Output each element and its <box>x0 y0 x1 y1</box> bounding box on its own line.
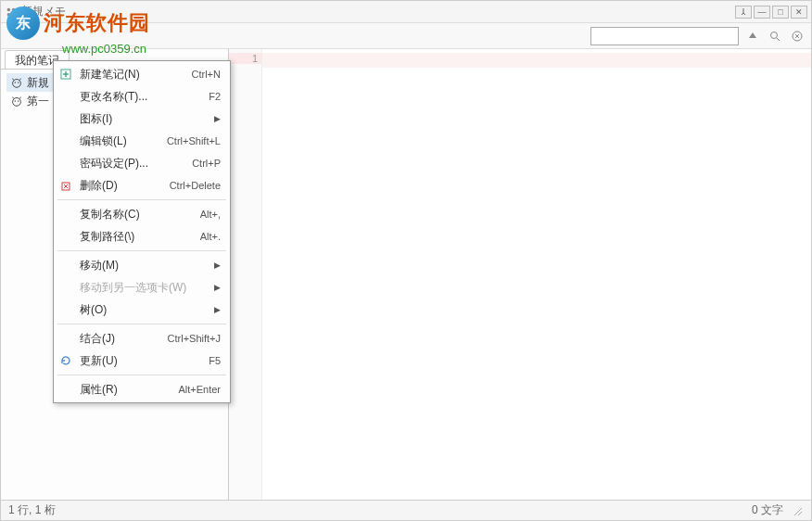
menu-item-label: 移动到另一选项卡(W) <box>80 280 214 296</box>
menu-item-label: 编辑锁(L) <box>80 133 167 149</box>
tree-item-label: 第一 <box>27 94 49 109</box>
line-gutter: 1 <box>229 49 262 500</box>
minimize-button[interactable]: — <box>754 6 770 19</box>
menu-item-label: 复制路径(\) <box>80 229 200 245</box>
menu-item[interactable]: 复制路径(\)Alt+. <box>54 225 230 248</box>
menu-item[interactable]: 密码设定(P)...Ctrl+P <box>54 152 230 174</box>
submenu-arrow-icon: ▶ <box>214 114 221 123</box>
delete-icon <box>57 178 74 193</box>
menu-item-shortcut: Ctrl+P <box>192 158 221 169</box>
svg-point-10 <box>13 98 21 107</box>
menu-item-label: 新建笔记(N) <box>80 67 192 83</box>
tree-item-label: 新規 <box>27 75 49 91</box>
menu-item-label: 复制名称(C) <box>80 207 200 222</box>
titlebar: 新規メモ — □ ✕ <box>1 1 811 23</box>
statusbar: 1 行, 1 桁 0 文字 <box>1 500 811 520</box>
blank-icon <box>57 111 74 126</box>
blank-icon <box>57 207 74 222</box>
menu-item-label: 属性(R) <box>80 382 178 398</box>
nav-up-icon[interactable] <box>744 28 761 44</box>
menu-item-shortcut: Ctrl+Shift+L <box>167 135 221 146</box>
context-menu: 新建笔记(N)Ctrl+N更改名称(T)...F2图标(I)▶编辑锁(L)Ctr… <box>53 60 231 403</box>
menu-item[interactable]: 图标(I)▶ <box>54 108 230 130</box>
window-controls: — □ ✕ <box>735 6 807 19</box>
status-char-count: 0 文字 <box>752 502 783 518</box>
menu-item[interactable]: 属性(R)Alt+Enter <box>54 378 230 400</box>
editor: 1 <box>229 49 811 500</box>
submenu-arrow-icon: ▶ <box>214 260 221 270</box>
menu-separator <box>57 324 226 324</box>
status-position: 1 行, 1 桁 <box>8 502 56 518</box>
pin-button[interactable] <box>735 6 752 19</box>
maximize-button[interactable]: □ <box>772 6 789 19</box>
svg-point-7 <box>13 80 21 88</box>
blank-icon <box>57 156 74 171</box>
menu-item-shortcut: Alt+. <box>200 231 221 242</box>
menu-separator <box>57 199 226 200</box>
menu-item-shortcut: F5 <box>209 355 221 366</box>
menu-item-label: 密码设定(P)... <box>80 156 192 172</box>
menu-item[interactable]: 结合(J)Ctrl+Shift+J <box>54 327 230 349</box>
note-icon <box>10 76 23 89</box>
menu-item[interactable]: 树(O)▶ <box>54 299 230 321</box>
menu-separator <box>57 250 226 251</box>
text-area[interactable] <box>262 49 811 500</box>
blank-icon <box>57 133 74 148</box>
line-number: 1 <box>229 53 261 64</box>
refresh-icon <box>57 353 74 368</box>
menu-item[interactable]: 编辑锁(L)Ctrl+Shift+L <box>54 130 230 152</box>
resize-grip-icon[interactable] <box>791 504 804 517</box>
svg-point-12 <box>18 100 19 101</box>
svg-point-4 <box>771 32 778 38</box>
menu-item-shortcut: Ctrl+N <box>192 69 221 80</box>
menu-item-shortcut: Alt+Enter <box>178 384 221 395</box>
toolbar <box>1 23 811 49</box>
svg-point-8 <box>15 82 16 83</box>
search-input[interactable] <box>590 27 739 45</box>
menu-item[interactable]: 移动(M)▶ <box>54 254 230 276</box>
submenu-arrow-icon: ▶ <box>214 305 221 314</box>
window-title: 新規メモ <box>21 4 735 19</box>
menu-item-label: 更改名称(T)... <box>80 89 209 105</box>
menu-item-label: 更新(U) <box>80 353 209 369</box>
svg-line-5 <box>777 38 780 41</box>
submenu-arrow-icon: ▶ <box>214 283 221 292</box>
svg-point-9 <box>18 82 19 83</box>
svg-point-2 <box>7 12 11 16</box>
menu-item[interactable]: 复制名称(C)Alt+, <box>54 203 230 225</box>
menu-item-shortcut: F2 <box>209 91 221 102</box>
svg-point-11 <box>15 100 16 101</box>
blank-icon <box>57 331 74 346</box>
menu-item[interactable]: 新建笔记(N)Ctrl+N <box>54 63 230 85</box>
app-icon <box>5 6 18 19</box>
blank-icon <box>57 229 74 244</box>
menu-separator <box>57 375 226 375</box>
menu-item-label: 移动(M) <box>80 258 214 273</box>
menu-item-shortcut: Ctrl+Delete <box>170 180 221 191</box>
menu-item[interactable]: 更改名称(T)...F2 <box>54 85 230 108</box>
menu-item-shortcut: Ctrl+Shift+J <box>168 333 221 344</box>
svg-point-1 <box>12 7 16 11</box>
note-icon <box>10 95 23 108</box>
menu-item-label: 结合(J) <box>80 331 168 347</box>
search-icon[interactable] <box>767 28 783 44</box>
menu-item[interactable]: 删除(D)Ctrl+Delete <box>54 174 230 197</box>
blank-icon <box>57 382 74 397</box>
menu-item-label: 树(O) <box>80 302 214 318</box>
menu-item: 移动到另一选项卡(W)▶ <box>54 276 230 299</box>
blank-icon <box>57 280 74 295</box>
blank-icon <box>57 302 74 317</box>
menu-item-label: 图标(I) <box>80 111 214 127</box>
blank-icon <box>57 258 74 273</box>
menu-item-shortcut: Alt+, <box>200 209 221 220</box>
menu-item[interactable]: 更新(U)F5 <box>54 349 230 372</box>
svg-point-0 <box>7 7 11 11</box>
close-button[interactable]: ✕ <box>791 6 807 19</box>
close-search-icon[interactable] <box>789 28 806 44</box>
current-line-highlight <box>262 53 811 68</box>
add-icon <box>57 67 74 82</box>
blank-icon <box>57 89 74 104</box>
svg-point-3 <box>12 12 16 16</box>
menu-item-label: 删除(D) <box>80 178 170 194</box>
